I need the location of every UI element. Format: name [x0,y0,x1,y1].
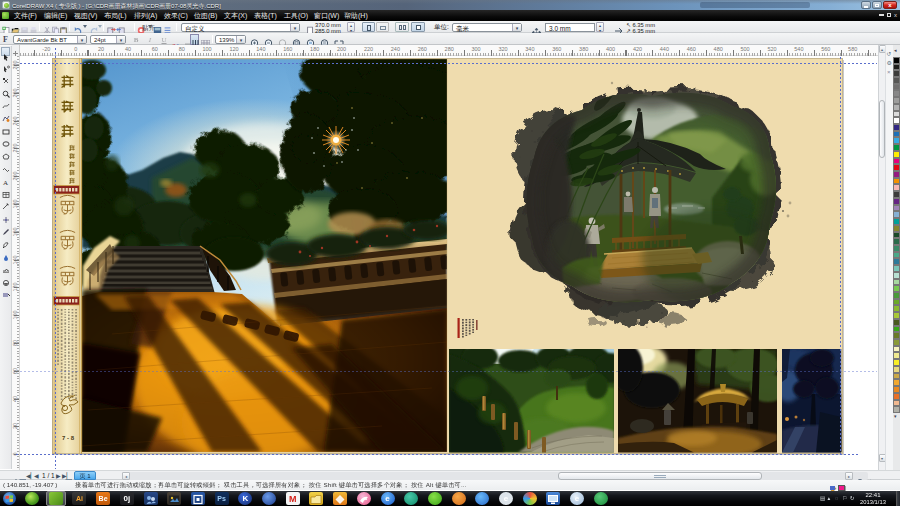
svg-text:7 - 8: 7 - 8 [62,435,75,441]
